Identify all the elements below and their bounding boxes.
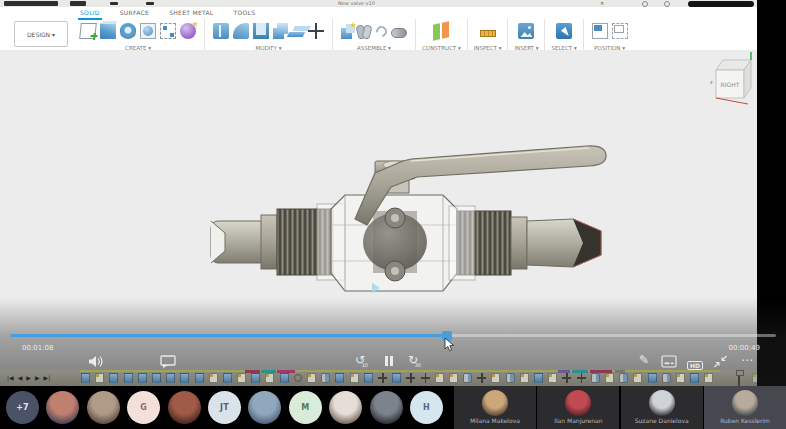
participant-photo <box>565 390 591 416</box>
toolbar-separator <box>332 19 333 51</box>
toolbar-group-construct: CONSTRUCT ▾ <box>419 19 464 51</box>
pause-button[interactable] <box>379 353 399 369</box>
tl-extrude-icon <box>223 373 232 383</box>
quality-badge: HD <box>687 361 702 370</box>
viewcube: RIGHT z <box>708 52 756 114</box>
participant-tile[interactable]: Ilan Manjurenan <box>537 386 619 429</box>
tl-extrude-icon <box>195 373 204 383</box>
timeline-playback-controls: |◀◀▶▶▶| <box>7 373 50 383</box>
tl-sketch-icon <box>265 373 274 383</box>
participant-photo <box>732 390 758 416</box>
edit-pencil-icon[interactable]: ✎ <box>634 353 654 369</box>
tl-extrude-icon <box>180 373 189 383</box>
participant-avatar[interactable] <box>168 391 201 424</box>
more-options-icon[interactable]: ⋯ <box>737 353 757 369</box>
participant-avatar[interactable] <box>329 391 362 424</box>
shell-icon <box>253 23 269 39</box>
toolbar-group-position: POSITION ▾ <box>587 19 633 51</box>
participant-avatar[interactable] <box>46 391 79 424</box>
tl-joint-icon <box>591 373 600 383</box>
participant-tile[interactable]: Milana Makelova <box>454 386 536 429</box>
participant-avatar[interactable]: M <box>289 391 322 424</box>
skip-start-icon: |◀ <box>7 373 14 383</box>
tl-extrude-icon <box>124 373 133 383</box>
avatar-label: H <box>423 403 430 412</box>
window-control-blob <box>146 2 154 5</box>
press-pull-icon <box>213 23 229 39</box>
tl-sketch-icon <box>237 373 246 383</box>
suppressed-feature-icon <box>752 373 757 383</box>
rewind-badge: 10 <box>362 363 368 368</box>
captions-icon[interactable] <box>659 353 679 369</box>
participant-name: Ruben Kesslerim <box>720 417 770 424</box>
tl-sketch-icon <box>548 373 557 383</box>
participant-avatar[interactable]: JT <box>208 391 241 424</box>
tl-extrude-icon <box>81 373 90 383</box>
participant-name: Suzane Danielova <box>635 417 689 424</box>
tl-joint-icon <box>662 373 671 383</box>
participant-avatar[interactable]: G <box>127 391 160 424</box>
toolbar-separator <box>415 19 416 51</box>
letterbox-bar <box>757 0 786 386</box>
toolbar-group-create: CREATE ▾ <box>75 19 201 51</box>
participant-avatar[interactable]: H <box>410 391 443 424</box>
timeline-features <box>81 373 718 383</box>
collapse-icon[interactable] <box>710 353 730 369</box>
tl-extrude-icon <box>690 373 699 383</box>
video-progress-bar[interactable] <box>10 334 776 337</box>
progress-fill <box>10 334 447 337</box>
tl-sketch-icon <box>350 373 359 383</box>
tl-joint-icon <box>463 373 472 383</box>
new-component-icon <box>341 28 352 39</box>
offset-face-icon <box>287 32 305 37</box>
tl-extrude-icon <box>109 373 118 383</box>
avatar-label: +7 <box>16 403 29 412</box>
toolbar-group-modify: MODIFY ▾ <box>208 19 329 51</box>
tl-extrude-icon <box>280 373 289 383</box>
participant-tile[interactable]: Ruben Kesslerim <box>704 386 786 429</box>
tl-extrude-icon <box>251 373 260 383</box>
capsule-icon <box>391 28 407 38</box>
window-control-blob <box>4 1 58 6</box>
window-control-blob <box>110 2 118 5</box>
step-back-icon: ◀ <box>18 373 23 383</box>
tl-sketch-icon <box>491 373 500 383</box>
participant-avatars: +7 G JT <box>6 391 443 424</box>
rewind-10-button[interactable]: ↺ 10 <box>350 353 370 369</box>
tl-sketch-icon <box>633 373 642 383</box>
volume-icon[interactable] <box>86 353 106 369</box>
fusion-timeline: |◀◀▶▶▶| <box>0 370 757 386</box>
participant-name: Milana Makelova <box>470 417 520 424</box>
tl-sketch-icon <box>449 373 458 383</box>
participant-tile[interactable]: Suzane Danielova <box>621 386 703 429</box>
tl-extrude-icon <box>335 373 344 383</box>
fillet-icon <box>233 23 249 39</box>
participant-avatar[interactable]: +7 <box>6 391 39 424</box>
recorded-browser-bar: New valve v10 ✕ <box>0 0 757 7</box>
valve-3d-model <box>205 125 615 310</box>
sketch-pattern-icon <box>160 23 176 39</box>
meeting-player-window: New valve v10 ✕ SOLIDSURFACESHEET METALT… <box>0 0 786 429</box>
position-capture-icon <box>592 23 608 39</box>
move-icon <box>308 23 324 39</box>
select-icon <box>556 23 572 39</box>
fusion-toolbar: SOLIDSURFACESHEET METALTOOLS DESIGN ▾ CR… <box>0 7 757 50</box>
screen-share-icon[interactable] <box>158 353 178 369</box>
video-player[interactable]: New valve v10 ✕ SOLIDSURFACESHEET METALT… <box>0 0 786 386</box>
mouse-cursor <box>444 338 455 352</box>
participant-avatar[interactable] <box>248 391 281 424</box>
participant-avatar[interactable] <box>87 391 120 424</box>
toolbar-group-inspect: INSPECT ▾ <box>471 19 505 51</box>
avatar-label: M <box>301 403 309 412</box>
tl-sketch-icon <box>209 373 218 383</box>
tl-sketch-icon <box>95 373 104 383</box>
participant-avatar[interactable] <box>370 391 403 424</box>
participant-photo <box>649 390 675 416</box>
quality-icon[interactable]: HD <box>685 353 705 369</box>
forward-30-button[interactable]: ↻ 30 <box>403 353 423 369</box>
tl-sketch-icon <box>704 373 713 383</box>
remaining-time: 00:00:49 <box>729 344 760 352</box>
svg-text:z: z <box>710 79 713 85</box>
window-control-blob <box>70 1 86 6</box>
skip-end-icon: ▶| <box>44 373 51 383</box>
